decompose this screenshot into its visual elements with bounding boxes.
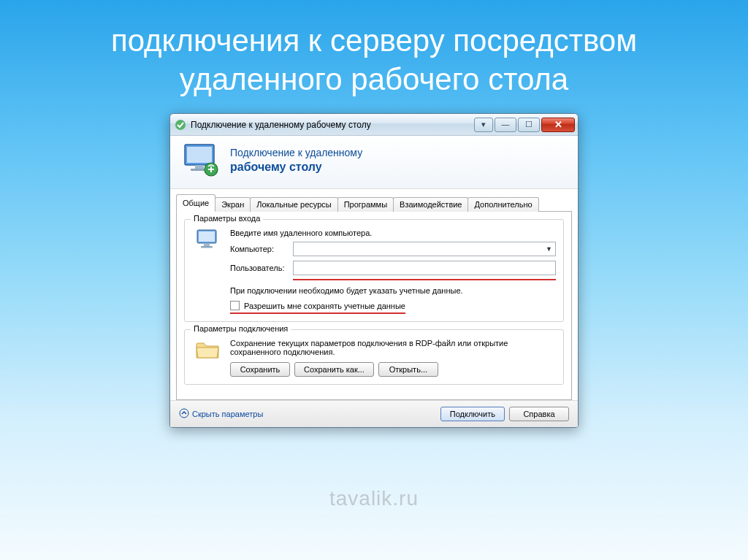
save-creds-checkbox[interactable]	[230, 301, 240, 310]
computer-combo[interactable]: ▼	[293, 242, 556, 256]
open-button[interactable]: Открыть...	[378, 362, 438, 377]
user-field[interactable]	[293, 261, 556, 275]
login-params-group: Параметры входа Введите имя удаленного	[184, 219, 564, 322]
collapse-up-icon	[179, 408, 189, 420]
save-creds-label: Разрешить мне сохранять учетные данные	[244, 302, 405, 310]
monitor-remote-icon	[182, 143, 220, 178]
svg-point-0	[175, 120, 186, 130]
svg-point-10	[180, 409, 188, 418]
svg-rect-2	[187, 147, 212, 163]
banner-line1: Подключение к удаленному	[230, 147, 362, 160]
tab-general[interactable]: Общие	[176, 194, 215, 212]
tab-display[interactable]: Экран	[215, 197, 251, 212]
titlebar[interactable]: Подключение к удаленному рабочему столу …	[170, 114, 578, 136]
login-group-legend: Параметры входа	[191, 214, 263, 223]
tabs: Общие Экран Локальные ресурсы Программы …	[176, 193, 572, 211]
dialog-footer: Скрыть параметры Подключить Справка	[170, 400, 578, 427]
banner: Подключение к удаленному рабочему столу	[170, 136, 578, 189]
window-title: Подключение к удаленному рабочему столу	[191, 120, 473, 130]
save-button[interactable]: Сохранить	[230, 362, 290, 377]
hide-params-label: Скрыть параметры	[192, 410, 263, 418]
help-button[interactable]: Справка	[509, 407, 569, 421]
highlight-underline-user	[293, 279, 556, 280]
tab-experience[interactable]: Взаимодействие	[393, 197, 468, 212]
rdp-window: Подключение к удаленному рабочему столу …	[169, 113, 579, 428]
minimize-button[interactable]: —	[495, 118, 516, 132]
watermark: tavalik.ru	[329, 487, 419, 510]
svg-rect-7	[199, 231, 215, 242]
connection-params-group: Параметры подключения Сохранение текущих…	[184, 329, 564, 385]
tab-programs[interactable]: Программы	[337, 197, 394, 212]
tab-local-resources[interactable]: Локальные ресурсы	[250, 197, 337, 212]
save-as-button[interactable]: Сохранить как...	[294, 362, 374, 377]
close-button[interactable]: ✕	[541, 118, 575, 132]
tab-advanced[interactable]: Дополнительно	[468, 197, 538, 212]
maximize-button[interactable]: ☐	[518, 118, 540, 132]
svg-rect-8	[204, 243, 210, 246]
banner-line2: рабочему столу	[230, 160, 362, 174]
rdp-app-icon	[175, 119, 186, 131]
hide-params-link[interactable]: Скрыть параметры	[179, 408, 263, 420]
svg-rect-3	[195, 165, 204, 169]
help-button-icon[interactable]: ▾	[474, 118, 493, 132]
computer-icon	[192, 229, 223, 314]
creds-note: При подключении необходимо будет указать…	[230, 286, 500, 295]
connect-button[interactable]: Подключить	[440, 407, 505, 421]
user-label: Пользователь:	[230, 264, 293, 272]
conn-group-legend: Параметры подключения	[191, 324, 291, 333]
slide-title: подключения к серверу посредством удален…	[0, 0, 748, 113]
conn-desc: Сохранение текущих параметров подключени…	[230, 339, 515, 356]
chevron-down-icon: ▼	[546, 245, 552, 253]
highlight-underline-checkbox	[230, 312, 405, 314]
svg-rect-9	[201, 246, 213, 248]
folder-icon	[192, 339, 223, 377]
computer-label: Компьютер:	[230, 245, 293, 253]
login-intro: Введите имя удаленного компьютера.	[230, 229, 556, 237]
